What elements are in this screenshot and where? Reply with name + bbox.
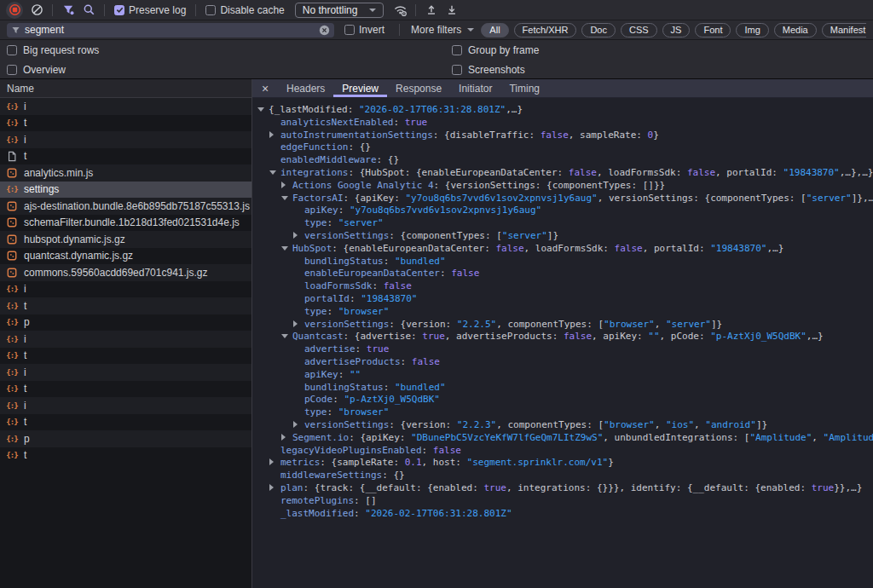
tree-row[interactable]: versionSettings: {version: "2.2.3", comp… <box>252 419 873 432</box>
tab-headers[interactable]: Headers <box>278 79 333 97</box>
disclosure-triangle-icon[interactable] <box>281 180 292 193</box>
tree-row[interactable]: apiKey: "" <box>252 369 873 382</box>
preserve-log-toggle[interactable]: Preserve log <box>114 4 186 16</box>
request-row[interactable]: {:}i <box>0 281 251 298</box>
request-row[interactable]: {:}t <box>0 414 251 431</box>
request-row[interactable]: {:}i <box>0 331 251 348</box>
request-row[interactable]: hubspot.dynamic.js.gz <box>0 231 251 248</box>
close-details-button[interactable]: × <box>252 79 278 97</box>
screenshots-checkbox[interactable] <box>452 65 462 75</box>
disclosure-triangle-icon[interactable] <box>281 432 292 445</box>
filter-chip-all[interactable]: All <box>481 23 508 37</box>
clear-network-log-button[interactable] <box>27 2 46 19</box>
request-row[interactable]: t <box>0 148 251 165</box>
tree-row[interactable]: plan: {track: {__default: {enabled: true… <box>252 482 873 495</box>
disclosure-triangle-icon[interactable] <box>269 167 280 180</box>
tree-row[interactable]: bundlingStatus: "bundled" <box>252 256 873 268</box>
request-row[interactable]: commons.59560acdd69ed701c941.js.gz <box>0 264 251 281</box>
tree-row[interactable]: enableEuropeanDataCenter: false <box>252 268 873 280</box>
disable-cache-checkbox[interactable] <box>205 5 216 15</box>
request-row[interactable]: {:}settings <box>0 182 251 199</box>
disclosure-triangle-icon[interactable] <box>281 193 292 205</box>
filter-chip-manifest[interactable]: Manifest <box>822 23 866 37</box>
tree-row[interactable]: type: "server" <box>252 217 873 230</box>
request-row[interactable]: {:}t <box>0 297 251 314</box>
group-by-frame-toggle[interactable]: Group by frame <box>445 44 873 56</box>
tab-initiator[interactable]: Initiator <box>450 79 500 97</box>
request-row[interactable]: {:}i <box>0 364 251 381</box>
filter-chip-media[interactable]: Media <box>774 23 817 37</box>
throttling-select[interactable]: No throttling <box>295 3 384 18</box>
big-request-rows-toggle[interactable]: Big request rows <box>0 44 445 56</box>
tree-row[interactable]: advertise: true <box>252 343 873 356</box>
tree-row[interactable]: HubSpot: {enableEuropeanDataCenter: fals… <box>252 243 873 256</box>
request-row[interactable]: {:}p <box>0 430 251 447</box>
tree-row[interactable]: integrations: {HubSpot: {enableEuropeanD… <box>252 167 873 180</box>
filter-button[interactable] <box>59 2 78 19</box>
name-column-header[interactable]: Name <box>0 79 251 98</box>
tree-row[interactable]: legacyVideoPluginsEnabled: false <box>252 445 873 458</box>
request-row[interactable]: schemaFilter.bundle.1b218d13fed021531d4e… <box>0 215 251 232</box>
filter-chip-font[interactable]: Font <box>695 23 731 37</box>
request-row[interactable]: {:}i <box>0 98 251 115</box>
import-har-button[interactable] <box>422 2 441 19</box>
request-row[interactable]: {:}t <box>0 447 251 464</box>
disclosure-triangle-icon[interactable] <box>257 104 269 117</box>
disclosure-triangle-icon[interactable] <box>281 331 292 343</box>
tree-row[interactable]: bundlingStatus: "bundled" <box>252 382 873 395</box>
tree-row[interactable]: apiKey: "y7ou8q6bs7vvd6v1sov2xpnvsj1y6au… <box>252 205 873 217</box>
request-row[interactable]: {:}p <box>0 314 251 331</box>
disclosure-triangle-icon[interactable] <box>293 230 304 243</box>
tree-row[interactable]: portalId: "19843870" <box>252 293 873 306</box>
request-row[interactable]: {:}i <box>0 131 251 148</box>
tree-row[interactable]: FactorsAI: {apiKey: "y7ou8q6bs7vvd6v1sov… <box>252 193 873 205</box>
request-row[interactable]: {:}t <box>0 115 251 132</box>
tree-row[interactable]: Quantcast: {advertise: true, advertisePr… <box>252 331 873 343</box>
invert-filter-toggle[interactable]: Invert <box>344 24 384 36</box>
tab-timing[interactable]: Timing <box>500 79 548 97</box>
group-by-frame-checkbox[interactable] <box>452 45 462 55</box>
disclosure-triangle-icon[interactable] <box>269 457 280 470</box>
tree-row[interactable]: edgeFunction: {} <box>252 141 873 154</box>
overview-toggle[interactable]: Overview <box>0 64 445 76</box>
disclosure-triangle-icon[interactable] <box>281 243 292 256</box>
clear-filter-icon[interactable] <box>319 25 330 36</box>
big-request-rows-checkbox[interactable] <box>7 45 17 55</box>
tree-row[interactable]: type: "browser" <box>252 306 873 319</box>
disclosure-triangle-icon[interactable] <box>269 482 280 495</box>
request-row[interactable]: ajs-destination.bundle.8e6b895db75187c55… <box>0 198 251 215</box>
search-button[interactable] <box>79 2 98 19</box>
invert-checkbox[interactable] <box>344 25 355 35</box>
tree-row[interactable]: advertiseProducts: false <box>252 356 873 369</box>
disclosure-triangle-icon[interactable] <box>293 319 304 331</box>
tree-row[interactable]: Actions Google Analytic 4: {versionSetti… <box>252 180 873 193</box>
tree-row[interactable]: metrics: {sampleRate: 0.1, host: "segmen… <box>252 457 873 470</box>
disable-cache-toggle[interactable]: Disable cache <box>205 4 284 16</box>
filter-chip-img[interactable]: Img <box>736 23 768 37</box>
disclosure-triangle-icon[interactable] <box>293 419 304 432</box>
request-row[interactable]: {:}t <box>0 381 251 398</box>
tree-row[interactable]: autoInstrumentationSettings: {disableTra… <box>252 130 873 142</box>
tree-row[interactable]: loadFormsSdk: false <box>252 280 873 293</box>
request-row[interactable]: {:}i <box>0 397 251 414</box>
request-row[interactable]: {:}t <box>0 348 251 365</box>
network-conditions-button[interactable] <box>390 2 409 19</box>
record-button[interactable] <box>6 2 23 19</box>
tree-row[interactable]: type: "browser" <box>252 406 873 419</box>
overview-checkbox[interactable] <box>7 65 17 75</box>
request-row[interactable]: quantcast.dynamic.js.gz <box>0 248 251 265</box>
disclosure-triangle-icon[interactable] <box>269 130 280 142</box>
filter-chip-css[interactable]: CSS <box>621 23 657 37</box>
tree-row[interactable]: versionSettings: {componentTypes: ["serv… <box>252 230 873 243</box>
more-filters-button[interactable]: More filters <box>411 24 474 36</box>
tree-row[interactable]: {_lastModified: "2026-02-17T06:31:28.801… <box>252 104 873 117</box>
tab-preview[interactable]: Preview <box>333 79 387 97</box>
screenshots-toggle[interactable]: Screenshots <box>445 64 873 76</box>
request-row[interactable]: analytics.min.js <box>0 164 251 182</box>
tree-row[interactable]: middlewareSettings: {} <box>252 470 873 482</box>
tree-row[interactable]: pCode: "p-AztXj0_W5QdBK" <box>252 394 873 406</box>
preserve-log-checkbox[interactable] <box>114 5 124 15</box>
filter-chip-fetch-xhr[interactable]: Fetch/XHR <box>514 23 577 37</box>
filter-chip-js[interactable]: JS <box>662 23 691 37</box>
tree-row[interactable]: analyticsNextEnabled: true <box>252 117 873 130</box>
